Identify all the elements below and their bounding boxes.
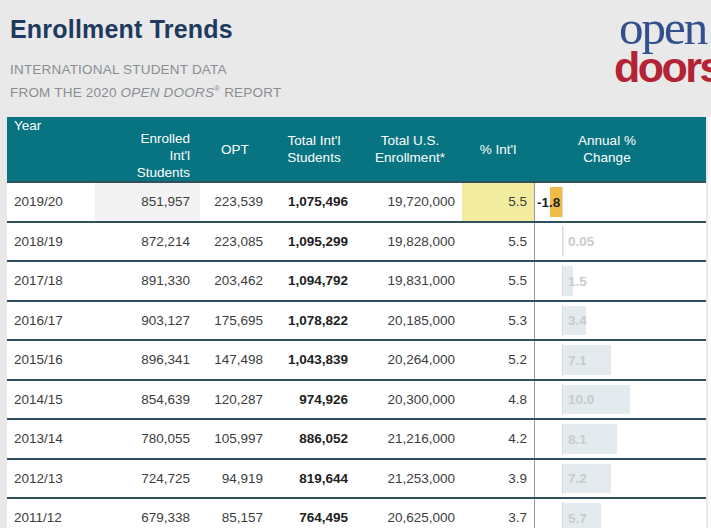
cell-annual-change: 10.0: [534, 381, 706, 419]
annual-change-value: -1.8: [537, 194, 560, 209]
cell-annual-change: 0.05: [534, 223, 706, 261]
bar-zero-axis: [562, 186, 563, 218]
cell-pct_intl: 3.7: [462, 499, 534, 528]
cell-annual-change: 7.2: [534, 460, 706, 498]
column-header-year: Year: [7, 117, 95, 181]
annual-change-value: 10.0: [568, 392, 594, 407]
cell-total_intl: 764,495: [270, 499, 358, 528]
page-banner: Enrollment Trends INTERNATIONAL STUDENT …: [0, 0, 711, 117]
table-header-row: YearEnrolled Int'l StudentsOPTTotal Int'…: [7, 117, 706, 183]
cell-enrolled: 903,127: [95, 302, 200, 340]
annual-change-value: 1.5: [568, 273, 587, 288]
cell-enrolled: 724,725: [95, 460, 200, 498]
column-header-pct_intl: % Int'l: [462, 117, 534, 181]
cell-opt: 175,695: [200, 302, 270, 340]
cell-pct_intl: 5.5: [462, 183, 534, 221]
cell-total_us: 20,264,000: [358, 341, 462, 379]
cell-total_us: 21,253,000: [358, 460, 462, 498]
cell-total_us: 19,720,000: [358, 183, 462, 221]
annual-change-value: 8.1: [568, 431, 587, 446]
annual-change-value: 3.4: [568, 313, 587, 328]
cell-opt: 203,462: [200, 262, 270, 300]
cell-annual-change: 1.5: [534, 262, 706, 300]
cell-year: 2018/19: [7, 223, 95, 261]
subtitle-line2-prefix: FROM THE 2020: [10, 85, 121, 100]
cell-total_us: 21,216,000: [358, 420, 462, 458]
cell-enrolled: 851,957: [95, 183, 200, 221]
cell-year: 2013/14: [7, 420, 95, 458]
cell-annual-change: 7.1: [534, 341, 706, 379]
subtitle-line2-italic: OPEN DOORS: [121, 85, 215, 100]
subtitle-line2-suffix: REPORT: [220, 85, 281, 100]
cell-pct_intl: 5.2: [462, 341, 534, 379]
cell-total_us: 20,300,000: [358, 381, 462, 419]
cell-enrolled: 896,341: [95, 341, 200, 379]
cell-pct_intl: 4.2: [462, 420, 534, 458]
table-row: 2015/16896,341147,4981,043,83920,264,000…: [7, 341, 706, 381]
enrollment-table: YearEnrolled Int'l StudentsOPTTotal Int'…: [7, 117, 706, 528]
cell-total_intl: 1,094,792: [270, 262, 358, 300]
cell-opt: 85,157: [200, 499, 270, 528]
cell-year: 2017/18: [7, 262, 95, 300]
cell-enrolled: 780,055: [95, 420, 200, 458]
subtitle-line1: INTERNATIONAL STUDENT DATA: [10, 62, 227, 77]
table-row: 2014/15854,639120,287974,92620,300,0004.…: [7, 381, 706, 421]
cell-annual-change: 3.4: [534, 302, 706, 340]
cell-opt: 147,498: [200, 341, 270, 379]
cell-enrolled: 872,214: [95, 223, 200, 261]
cell-year: 2014/15: [7, 381, 95, 419]
cell-year: 2019/20: [7, 183, 95, 221]
cell-total_us: 19,828,000: [358, 223, 462, 261]
cell-annual-change: 5.7: [534, 499, 706, 528]
page-subtitle: INTERNATIONAL STUDENT DATA FROM THE 2020…: [10, 60, 281, 102]
cell-enrolled: 679,338: [95, 499, 200, 528]
cell-annual-change: 8.1: [534, 420, 706, 458]
cell-enrolled: 891,330: [95, 262, 200, 300]
open-doors-logo: open doors: [614, 4, 711, 104]
table-row: 2018/19872,214223,0851,095,29919,828,000…: [7, 223, 706, 263]
cell-total_us: 19,831,000: [358, 262, 462, 300]
table-row: 2012/13724,72594,919819,64421,253,0003.9…: [7, 460, 706, 500]
cell-total_intl: 1,075,496: [270, 183, 358, 221]
cell-annual-change: -1.8: [534, 183, 706, 221]
cell-total_intl: 1,043,839: [270, 341, 358, 379]
column-header-annual: Annual % Change: [534, 117, 706, 181]
table-row: 2017/18891,330203,4621,094,79219,831,000…: [7, 262, 706, 302]
annual-change-value: 0.05: [568, 234, 594, 249]
column-header-total_intl: Total Int'l Students: [270, 117, 358, 181]
cell-total_intl: 819,644: [270, 460, 358, 498]
cell-pct_intl: 5.5: [462, 262, 534, 300]
cell-year: 2011/12: [7, 499, 95, 528]
cell-total_intl: 1,078,822: [270, 302, 358, 340]
table-body: 2019/20851,957223,5391,075,49619,720,000…: [7, 183, 704, 528]
cell-year: 2016/17: [7, 302, 95, 340]
cell-total_intl: 974,926: [270, 381, 358, 419]
column-header-enrolled: Enrolled Int'l Students: [95, 117, 200, 181]
cell-opt: 223,539: [200, 183, 270, 221]
table-row: 2011/12679,33885,157764,49520,625,0003.7…: [7, 499, 706, 528]
cell-pct_intl: 5.5: [462, 223, 534, 261]
cell-pct_intl: 4.8: [462, 381, 534, 419]
cell-year: 2012/13: [7, 460, 95, 498]
logo-word-doors: doors: [614, 48, 711, 86]
cell-total_us: 20,185,000: [358, 302, 462, 340]
table-row: 2016/17903,127175,6951,078,82220,185,000…: [7, 302, 706, 342]
cell-pct_intl: 5.3: [462, 302, 534, 340]
cell-total_us: 20,625,000: [358, 499, 462, 528]
page-title: Enrollment Trends: [10, 15, 233, 44]
cell-total_intl: 1,095,299: [270, 223, 358, 261]
cell-opt: 223,085: [200, 223, 270, 261]
cell-opt: 94,919: [200, 460, 270, 498]
table-row: 2013/14780,055105,997886,05221,216,0004.…: [7, 420, 706, 460]
cell-pct_intl: 3.9: [462, 460, 534, 498]
column-header-opt: OPT: [200, 117, 270, 181]
annual-change-value: 7.1: [568, 352, 587, 367]
cell-opt: 120,287: [200, 381, 270, 419]
cell-opt: 105,997: [200, 420, 270, 458]
cell-enrolled: 854,639: [95, 381, 200, 419]
cell-total_intl: 886,052: [270, 420, 358, 458]
annual-change-value: 5.7: [568, 510, 587, 525]
annual-change-bar: [563, 227, 564, 257]
cell-year: 2015/16: [7, 341, 95, 379]
column-header-total_us: Total U.S. Enrollment*: [358, 117, 462, 181]
